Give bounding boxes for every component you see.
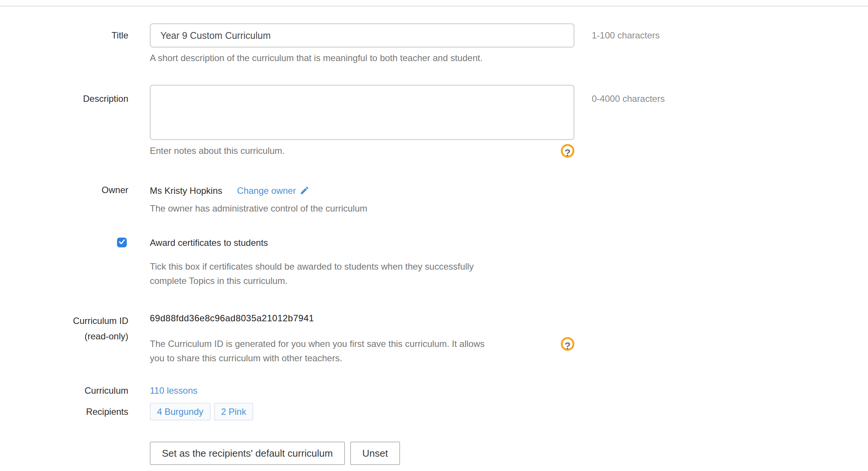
curriculum-id-help-row: The Curriculum ID is generated for you w… <box>150 337 574 365</box>
unset-button[interactable]: Unset <box>350 442 400 465</box>
certificates-row: Award certificates to students <box>0 238 268 248</box>
actions-row: Set as the recipients' default curriculu… <box>150 442 400 465</box>
change-owner-label: Change owner <box>237 186 296 196</box>
title-row: Title 1-100 characters <box>0 23 660 48</box>
help-icon[interactable]: ? <box>561 144 574 158</box>
title-label: Title <box>0 23 128 48</box>
description-help-text: Enter notes about this curriculum. <box>150 146 574 156</box>
curriculum-id-label-line2: (read-only) <box>0 328 128 344</box>
title-input[interactable] <box>150 23 574 48</box>
help-icon[interactable]: ? <box>561 337 574 351</box>
curriculum-id-label-line1: Curriculum ID <box>0 313 128 328</box>
set-default-curriculum-button[interactable]: Set as the recipients' default curriculu… <box>150 442 345 465</box>
owner-name: Ms Kristy Hopkins <box>150 186 222 196</box>
top-divider <box>0 6 868 6</box>
change-owner-link[interactable]: Change owner <box>237 185 309 197</box>
curriculum-id-help-line1: The Curriculum ID is generated for you w… <box>150 337 574 351</box>
curriculum-id-label: Curriculum ID (read-only) <box>0 313 128 344</box>
title-help-text: A short description of the curriculum th… <box>150 53 483 63</box>
certificates-help-text: Tick this box if certificates should be … <box>150 259 474 288</box>
lessons-link[interactable]: 110 lessons <box>150 385 197 396</box>
certificates-help-line1: Tick this box if certificates should be … <box>150 259 474 274</box>
pencil-icon <box>300 186 309 198</box>
description-label: Description <box>0 85 128 140</box>
recipient-badge[interactable]: 2 Pink <box>214 403 254 420</box>
recipients-label-line1: Curriculum <box>0 385 128 396</box>
certificates-help-line2: complete Topics in this curriculum. <box>150 274 474 288</box>
curriculum-id-help-text: The Curriculum ID is generated for you w… <box>150 337 574 365</box>
award-certificates-label: Award certificates to students <box>150 238 268 248</box>
owner-help-text: The owner has administrative control of … <box>150 203 367 214</box>
curriculum-id-help-line2: you to share this curriculum with other … <box>150 351 574 365</box>
award-certificates-checkbox[interactable] <box>117 238 127 247</box>
title-hint: 1-100 characters <box>592 30 660 41</box>
description-help-row: Enter notes about this curriculum. ? <box>150 146 574 156</box>
owner-label: Owner <box>0 185 128 197</box>
recipients-row: Recipients 4 Burgundy 2 Pink <box>0 403 253 420</box>
curriculum-lessons-row: Curriculum 110 lessons <box>0 385 197 396</box>
recipient-badge[interactable]: 4 Burgundy <box>150 403 211 420</box>
description-textarea[interactable] <box>150 85 574 140</box>
owner-row: Owner Ms Kristy Hopkins Change owner <box>0 185 309 197</box>
description-row: Description 0-4000 characters <box>0 85 665 140</box>
recipients-label-line2: Recipients <box>0 403 128 420</box>
check-icon <box>118 237 126 248</box>
curriculum-settings-form: Title 1-100 characters A short descripti… <box>0 0 868 471</box>
description-hint: 0-4000 characters <box>592 85 665 104</box>
